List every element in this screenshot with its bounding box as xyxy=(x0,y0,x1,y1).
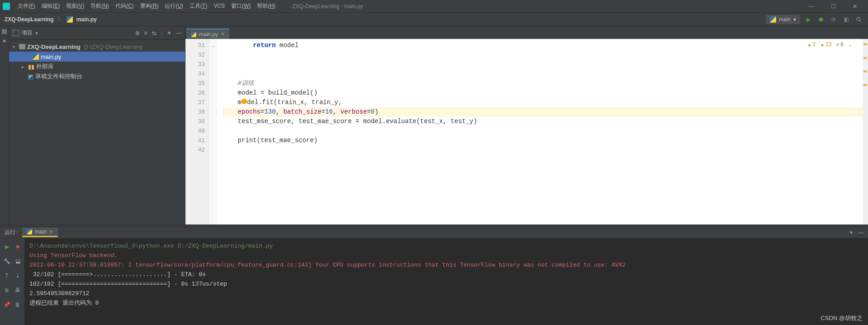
layout-icon[interactable]: ⬓ xyxy=(13,257,22,266)
down-icon[interactable]: ⤓ xyxy=(13,271,22,280)
menu-item[interactable]: 运行(U) xyxy=(161,3,186,9)
python-file-icon xyxy=(66,16,73,23)
locate-icon[interactable]: ⊕ xyxy=(135,30,140,36)
scratch-icon: ◩ xyxy=(28,73,33,80)
ok-icon[interactable]: 6 xyxy=(836,41,844,48)
trash-icon[interactable]: 🗑 xyxy=(13,300,22,309)
menu-item[interactable]: 窗口(W) xyxy=(228,3,254,9)
wrench-icon[interactable]: 🔧 xyxy=(2,257,11,266)
close-tab-icon[interactable]: ✕ xyxy=(221,31,225,37)
project-tool-window: 项目 ▾ ⊕ ≡ ⇆ | ✶ — ▾ ZXQ-DeepLearning D:\Z… xyxy=(9,26,185,225)
menu-item[interactable]: 视图(V) xyxy=(63,3,87,9)
python-file-icon xyxy=(191,32,196,37)
up-icon[interactable]: ⤒ xyxy=(2,271,11,280)
breadcrumb-sep: 〉 xyxy=(57,15,63,23)
project-title[interactable]: 项目 xyxy=(22,29,33,37)
svg-line-1 xyxy=(860,20,862,22)
expand-all-icon[interactable]: ≡ xyxy=(144,30,147,36)
breadcrumb-file[interactable]: main.py xyxy=(76,16,97,23)
main-area: ▤ ■ 项目 ▾ ⊕ ≡ ⇆ | ✶ — ▾ ZXQ-DeepLearning xyxy=(0,26,868,225)
settings-icon[interactable]: ✶ xyxy=(849,229,854,236)
maximize-button[interactable]: ☐ xyxy=(826,3,840,10)
stop-button[interactable]: ■ xyxy=(13,242,22,251)
window-controls: — ☐ ✕ xyxy=(805,3,865,10)
console-toolbar: ▶ ■ 🔧 ⬓ ⤒ ⤓ ≣ 🖶 📌 🗑 xyxy=(0,239,25,325)
rerun-button[interactable]: ▶ xyxy=(2,242,11,251)
breadcrumb-project[interactable]: ZXQ-DeepLearning xyxy=(5,16,54,23)
project-tab-icon[interactable]: ▤ xyxy=(2,28,7,34)
menu-item[interactable]: 文件(F) xyxy=(14,3,38,9)
python-file-icon xyxy=(27,229,32,234)
breadcrumb: ZXQ-DeepLearning 〉 main.py xyxy=(5,15,97,23)
hide-icon[interactable]: — xyxy=(176,30,181,36)
search-icon xyxy=(856,16,862,23)
project-tree[interactable]: ▾ ZXQ-DeepLearning D:\ZXQ-DeepLearning m… xyxy=(9,40,185,225)
chevron-down-icon: ▾ xyxy=(793,16,796,23)
left-tool-strip: ▤ ■ xyxy=(0,26,9,225)
tree-file-main[interactable]: main.py xyxy=(9,52,185,62)
soft-wrap-icon[interactable]: ≣ xyxy=(2,286,11,295)
menu-item[interactable]: 代码(C) xyxy=(112,3,137,9)
weak-warning-icon[interactable]: 23 xyxy=(820,41,831,48)
editor-body[interactable]: 313233343536373839404142 ⌄ return model … xyxy=(185,39,868,225)
menu-item[interactable]: 编辑(E) xyxy=(38,3,63,9)
svg-point-0 xyxy=(857,17,860,20)
minimize-button[interactable]: — xyxy=(805,3,818,10)
close-button[interactable]: ✕ xyxy=(848,3,862,10)
run-config-selector[interactable]: main ▾ xyxy=(766,15,800,24)
console-label: 运行: xyxy=(5,229,17,236)
main-menu: 文件(F)编辑(E)视图(V)导航(N)代码(C)重构(R)运行(U)工具(T)… xyxy=(14,2,279,10)
inspection-widget[interactable]: 2 23 6 ⌄ xyxy=(805,41,854,48)
run-config-name: main xyxy=(779,16,791,23)
chevron-down-icon[interactable]: ▾ xyxy=(13,44,17,49)
title-bar: 文件(F)编辑(E)视图(V)导航(N)代码(C)重构(R)运行(U)工具(T)… xyxy=(0,0,868,13)
tree-root[interactable]: ▾ ZXQ-DeepLearning D:\ZXQ-DeepLearning xyxy=(9,42,185,52)
console-tab[interactable]: main ✕ xyxy=(22,228,58,237)
print-icon[interactable]: 🖶 xyxy=(13,286,22,295)
project-header: 项目 ▾ ⊕ ≡ ⇆ | ✶ — xyxy=(9,26,185,40)
menu-item[interactable]: 导航(N) xyxy=(87,3,112,9)
coverage-button[interactable]: ⟳ xyxy=(829,15,838,24)
tree-external-libs[interactable]: ▸ ▮▮ 外部库 xyxy=(9,62,185,72)
search-everywhere-button[interactable] xyxy=(854,15,863,24)
menu-item[interactable]: 工具(T) xyxy=(186,3,210,9)
chevron-down-icon[interactable]: ▾ xyxy=(35,30,38,36)
run-tool-window: 运行: main ✕ ✶ — ▶ ■ 🔧 ⬓ ⤒ ⤓ ≣ xyxy=(0,227,868,325)
settings-icon[interactable]: ✶ xyxy=(167,30,171,36)
profile-button[interactable]: ◧ xyxy=(842,15,851,24)
pin-icon[interactable]: 📌 xyxy=(2,300,11,309)
chevron-icon[interactable]: ⌄ xyxy=(848,41,853,48)
folder-icon xyxy=(19,44,25,49)
python-file-icon xyxy=(33,53,39,60)
editor-tabs: main.py ✕ xyxy=(185,26,868,39)
code-content[interactable]: return model #训练 model = build_model() m… xyxy=(217,39,863,225)
console-output[interactable]: D:\Anaconda\envs\Tensorflow2_0\python.ex… xyxy=(25,239,868,325)
hide-icon[interactable]: — xyxy=(858,229,863,236)
close-tab-icon[interactable]: ✕ xyxy=(49,229,53,235)
menu-item[interactable]: VCS xyxy=(210,3,228,9)
fold-gutter: ⌄ xyxy=(209,39,217,225)
python-file-icon xyxy=(770,16,776,23)
menu-item[interactable]: 重构(R) xyxy=(137,3,162,9)
menu-item[interactable]: 帮助(H) xyxy=(254,3,279,9)
debug-button[interactable]: ⬢ xyxy=(816,15,825,24)
run-button[interactable]: ▶ xyxy=(804,15,813,24)
chevron-right-icon[interactable]: ▸ xyxy=(22,64,26,69)
error-stripe[interactable] xyxy=(863,39,868,225)
line-number-gutter: 313233343536373839404142 xyxy=(185,39,209,225)
project-view-icon xyxy=(13,30,19,36)
nav-bar: ZXQ-DeepLearning 〉 main.py main ▾ ▶ ⬢ ⟳ … xyxy=(0,13,868,26)
structure-tab-icon[interactable]: ■ xyxy=(3,38,6,43)
warning-icon[interactable]: 2 xyxy=(807,41,816,48)
library-icon: ▮▮ xyxy=(28,63,34,70)
collapse-all-icon[interactable]: ⇆ xyxy=(152,30,157,36)
app-icon xyxy=(3,3,10,10)
console-header: 运行: main ✕ ✶ — xyxy=(0,227,868,239)
tree-scratches[interactable]: ◩ 草稿文件和控制台 xyxy=(9,72,185,81)
editor-area: main.py ✕ 313233343536373839404142 ⌄ ret… xyxy=(185,26,868,225)
window-title: ZXQ-DeepLearning - main.py xyxy=(292,3,805,10)
